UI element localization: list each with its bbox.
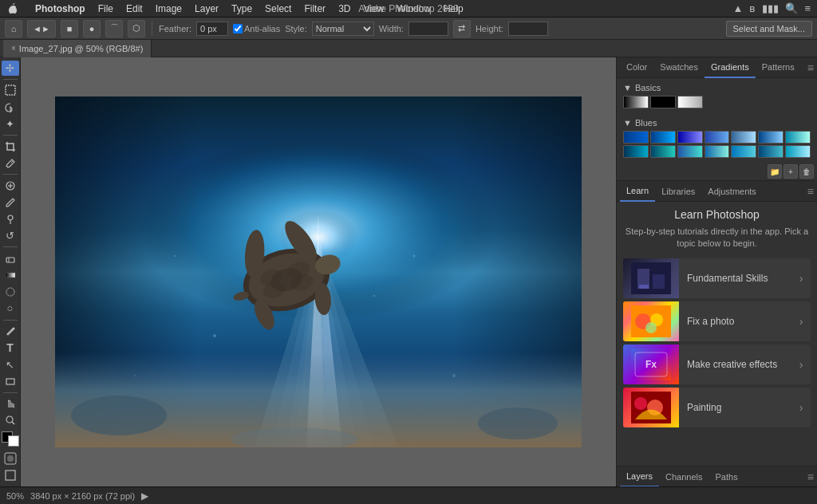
gradient-panel-tabs: Color Swatches Gradients Patterns ≡ [617,57,817,78]
learn-collapse-btn[interactable]: ≡ [807,185,814,198]
menu-layer[interactable]: Layer [188,0,225,18]
tab-gradients[interactable]: Gradients [705,57,756,78]
magic-wand-tool[interactable]: ✦ [2,116,19,132]
brush-tool[interactable] [2,195,19,210]
background-color[interactable] [8,435,19,447]
swatch-blue7[interactable] [785,131,811,144]
learn-item-creative[interactable]: Fx Make creative effects › [623,345,811,384]
menu-icon[interactable]: ≡ [804,2,811,14]
menu-3d[interactable]: 3D [332,0,357,18]
swatch-white-trans[interactable] [677,96,703,108]
screen-mode-btn[interactable] [2,468,19,483]
menu-image[interactable]: Image [149,0,188,18]
swatch-blue6[interactable] [758,131,783,144]
pen-tool[interactable] [2,323,19,338]
swatch-teal1[interactable] [623,145,649,158]
swatch-black[interactable] [650,96,676,108]
style-select[interactable]: Normal Fixed Ratio Fixed Size [312,22,374,36]
menu-select[interactable]: Select [259,0,298,18]
layers-collapse-btn[interactable]: ≡ [807,471,814,483]
swatch-teal5[interactable] [731,145,756,158]
swatch-blue1[interactable] [623,131,649,144]
tab-patterns[interactable]: Patterns [756,57,801,78]
swatch-teal3[interactable] [677,145,703,158]
move-tool[interactable]: ✢ [2,61,19,76]
gradients-collapse-btn[interactable]: ≡ [807,61,814,74]
swatch-teal6[interactable] [758,145,783,158]
tab-close-btn[interactable]: × [11,44,16,53]
blues-header[interactable]: ▼ Blues [620,116,814,129]
swatch-blue5[interactable] [731,131,756,144]
swap-btn[interactable]: ⇄ [453,20,471,37]
marquee-tool[interactable] [2,83,19,98]
shape-tool[interactable] [2,374,19,389]
lasso-tool[interactable] [2,100,19,115]
feather-input[interactable] [196,22,228,36]
menu-edit[interactable]: Edit [120,0,149,18]
menu-file[interactable]: File [92,0,120,18]
poly-tool-btn[interactable]: ⬡ [128,20,145,37]
status-bar: 50% 3840 px × 2160 px (72 ppi) ▶ [0,486,817,504]
width-input[interactable] [408,22,448,36]
eyedropper-tool[interactable] [2,156,19,171]
blur-tool[interactable] [2,284,19,299]
swatch-black-white[interactable] [623,96,649,108]
tab-adjustments[interactable]: Adjustments [701,181,763,202]
path-select-tool[interactable]: ↖ [2,357,19,372]
tab-learn[interactable]: Learn [620,181,655,202]
learn-thumb-fundamental [623,258,679,298]
tab-paths[interactable]: Paths [709,467,744,487]
search-icon[interactable]: 🔍 [785,2,798,14]
anti-alias-checkbox[interactable] [233,24,243,33]
canvas-area[interactable] [21,57,616,486]
tool-divider-4 [3,246,18,247]
healing-tool[interactable] [2,178,19,193]
tab-swatches[interactable]: Swatches [653,57,705,78]
tab-channels[interactable]: Channels [659,467,708,487]
move-home-btn[interactable]: ⌂ [5,20,22,37]
svg-point-71 [634,397,647,410]
learn-item-fundamental[interactable]: Fundamental Skills › [623,258,811,298]
gradient-tool[interactable] [2,267,19,282]
tab-layers[interactable]: Layers [620,467,659,487]
gradients-add-btn[interactable]: + [783,164,798,179]
swatch-teal2[interactable] [650,145,676,158]
svg-point-39 [231,427,358,447]
crop-tool[interactable] [2,139,19,154]
dodge-tool[interactable]: ○ [2,301,19,316]
lasso-tool-btn[interactable]: ⌒ [105,20,123,37]
clone-stamp-tool[interactable] [2,211,19,226]
swatch-blue4[interactable] [705,131,730,144]
hand-tool[interactable] [2,396,19,411]
gradients-folder-btn[interactable]: 📁 [768,164,782,179]
image-tab[interactable]: × Image_27.jpg @ 50% (RGB/8#) [3,40,152,57]
arrow-btn[interactable]: ◄► [27,20,56,37]
swatch-teal4[interactable] [705,145,730,158]
learn-item-painting[interactable]: Painting › [623,388,811,427]
zoom-tool[interactable] [2,413,19,428]
quick-mask-btn[interactable] [2,451,19,467]
tab-libraries[interactable]: Libraries [655,181,701,202]
apple-icon[interactable] [6,2,19,15]
menu-type[interactable]: Type [225,0,259,18]
color-selector[interactable] [2,431,19,447]
history-brush-tool[interactable]: ↺ [2,228,19,243]
basics-header[interactable]: ▼ Basics [620,81,814,94]
height-input[interactable] [508,22,548,36]
select-mask-button[interactable]: Select and Mask... [726,21,813,37]
swatch-teal7[interactable] [785,145,811,158]
svg-marker-26 [310,244,334,447]
status-arrow[interactable]: ▶ [141,490,148,502]
gradients-del-btn[interactable]: 🗑 [799,164,814,179]
type-tool[interactable]: T [2,340,19,355]
learn-item-fix-photo[interactable]: Fix a photo › [623,301,811,341]
tool-divider-6 [3,392,18,393]
swatch-blue3[interactable] [677,131,703,144]
eraser-tool[interactable] [2,250,19,266]
menu-photoshop[interactable]: Photoshop [29,0,92,18]
menu-filter[interactable]: Filter [298,0,332,18]
swatch-blue2[interactable] [650,131,676,144]
tab-color[interactable]: Color [620,57,653,78]
rect-tool-btn[interactable]: ■ [61,20,78,37]
ellipse-tool-btn[interactable]: ● [83,20,101,37]
